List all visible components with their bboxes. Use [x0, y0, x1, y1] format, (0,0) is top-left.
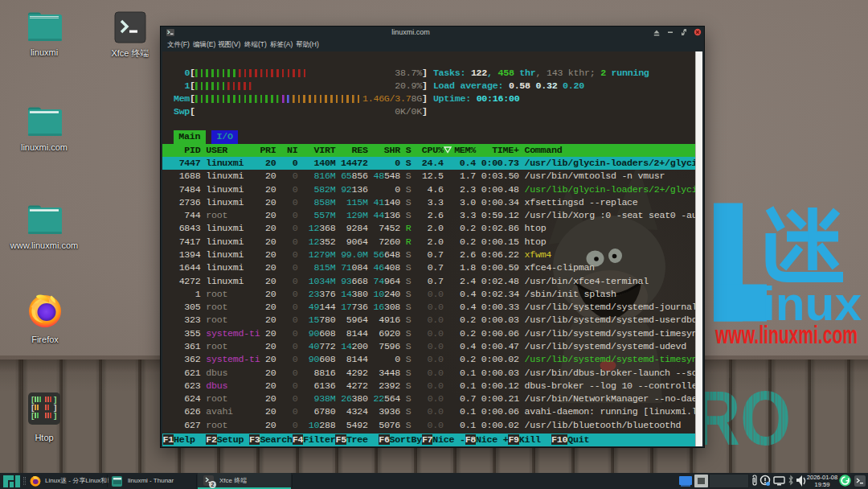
svg-text:]: ] [53, 405, 57, 413]
svg-text:]: ] [53, 413, 57, 421]
svg-text:[: [ [31, 405, 35, 413]
svg-text:]: ] [53, 397, 57, 405]
svg-text:[: [ [31, 413, 35, 421]
svg-text:www.linuxmi.com: www.linuxmi.com [714, 321, 858, 349]
svg-text:RO: RO [694, 378, 791, 461]
svg-text:[: [ [31, 397, 35, 405]
